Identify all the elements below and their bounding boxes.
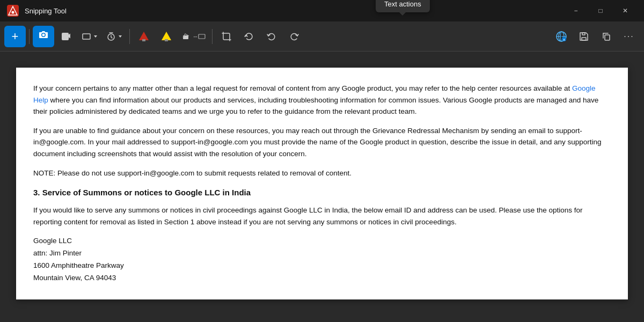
new-snip-button[interactable]: +: [4, 26, 26, 47]
paragraph-note: NOTE: Please do not use support-in@googl…: [33, 167, 611, 179]
undo-button[interactable]: [261, 26, 282, 47]
highlighter-yellow-button[interactable]: [156, 26, 177, 47]
title-bar: Snipping Tool − □ ✕: [0, 0, 644, 21]
video-button[interactable]: [55, 26, 77, 47]
separator-1: [29, 29, 30, 44]
rotate-button[interactable]: [238, 26, 260, 47]
svg-rect-12: [199, 34, 205, 39]
timer-button[interactable]: [103, 26, 126, 47]
section-heading: 3. Service of Summons or notices to Goog…: [33, 186, 611, 199]
svg-marker-6: [119, 35, 122, 38]
svg-rect-10: [165, 39, 168, 41]
svg-marker-7: [139, 32, 149, 40]
svg-marker-9: [162, 32, 171, 40]
document-content: If your concern pertains to any matter o…: [16, 68, 628, 299]
crop-button[interactable]: [216, 26, 237, 47]
text-actions-tooltip: Text actions: [376, 0, 430, 12]
google-help-link[interactable]: Google Help: [33, 84, 596, 104]
text-actions-button[interactable]: A: [551, 26, 572, 47]
minimize-button[interactable]: −: [564, 3, 588, 19]
paragraph-2: If you are unable to find guidance about…: [33, 125, 611, 160]
eraser-button[interactable]: ···: [178, 26, 209, 47]
separator-3: [212, 29, 213, 44]
address-block: Google LLC attn: Jim Pinter 1600 Amphith…: [33, 235, 611, 284]
paragraph-1: If your concern pertains to any matter o…: [33, 83, 611, 118]
svg-rect-8: [142, 39, 145, 41]
maximize-button[interactable]: □: [588, 3, 613, 19]
canvas-area: If your concern pertains to any matter o…: [0, 52, 644, 322]
window-controls: − □ ✕: [564, 3, 638, 19]
svg-rect-19: [605, 35, 610, 40]
toolbar: Text actions +: [0, 21, 644, 52]
svg-rect-17: [582, 38, 586, 40]
svg-point-2: [12, 11, 14, 14]
svg-rect-18: [582, 33, 585, 35]
active-indicator: [38, 41, 49, 43]
redo-button[interactable]: [283, 26, 305, 47]
camera-button[interactable]: [33, 26, 54, 47]
svg-rect-3: [83, 34, 90, 39]
shape-button[interactable]: [78, 26, 101, 47]
close-button[interactable]: ✕: [613, 3, 638, 19]
svg-marker-4: [94, 35, 97, 38]
highlighter-red-button[interactable]: [133, 26, 155, 47]
copy-button[interactable]: [596, 26, 617, 47]
app-logo: [6, 4, 19, 17]
paragraph-3: If you would like to serve any summons o…: [33, 204, 611, 228]
save-button[interactable]: [573, 26, 595, 47]
more-options-button[interactable]: ···: [618, 26, 640, 47]
separator-2: [129, 29, 130, 44]
svg-text:A: A: [563, 38, 565, 41]
app-title: Snipping Tool: [25, 7, 558, 15]
